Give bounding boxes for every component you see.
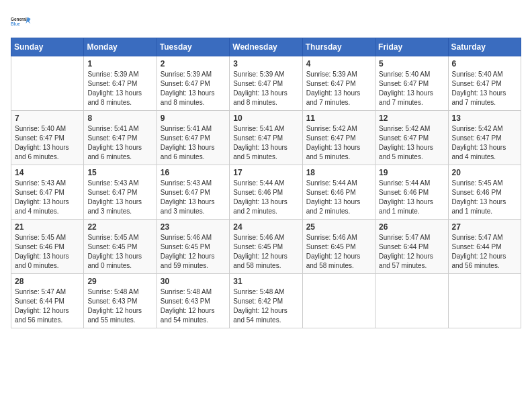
calendar-cell: 17Sunrise: 5:44 AM Sunset: 6:46 PM Dayli… [230, 165, 302, 220]
day-number: 4 [306, 59, 371, 68]
cell-info: Sunrise: 5:39 AM Sunset: 6:47 PM Dayligh… [306, 70, 371, 107]
cell-info: Sunrise: 5:41 AM Sunset: 6:47 PM Dayligh… [161, 124, 226, 162]
day-number: 25 [306, 222, 371, 232]
day-number: 24 [233, 222, 298, 232]
day-number: 21 [15, 222, 80, 232]
calendar-cell: 14Sunrise: 5:43 AM Sunset: 6:47 PM Dayli… [11, 165, 84, 220]
day-number: 17 [233, 168, 298, 177]
page-header: GeneralBlue [11, 11, 521, 32]
calendar-cell: 9Sunrise: 5:41 AM Sunset: 6:47 PM Daylig… [157, 111, 229, 165]
cell-info: Sunrise: 5:42 AM Sunset: 6:47 PM Dayligh… [452, 124, 517, 162]
cell-info: Sunrise: 5:46 AM Sunset: 6:45 PM Dayligh… [161, 233, 226, 271]
week-row-5: 28Sunrise: 5:47 AM Sunset: 6:44 PM Dayli… [11, 274, 521, 328]
logo: GeneralBlue [11, 11, 32, 32]
calendar-cell: 4Sunrise: 5:39 AM Sunset: 6:47 PM Daylig… [302, 56, 375, 111]
day-header-wednesday: Wednesday [230, 38, 302, 56]
day-number: 29 [87, 277, 152, 286]
day-number: 27 [452, 222, 517, 232]
day-number: 30 [161, 277, 226, 286]
svg-text:General: General [11, 17, 27, 21]
calendar-cell: 20Sunrise: 5:45 AM Sunset: 6:46 PM Dayli… [448, 165, 521, 220]
day-number: 20 [452, 168, 517, 177]
calendar-cell: 12Sunrise: 5:42 AM Sunset: 6:47 PM Dayli… [375, 111, 448, 165]
cell-info: Sunrise: 5:42 AM Sunset: 6:47 PM Dayligh… [306, 124, 371, 162]
day-number: 11 [306, 113, 371, 123]
cell-info: Sunrise: 5:40 AM Sunset: 6:47 PM Dayligh… [379, 70, 444, 107]
calendar-cell: 19Sunrise: 5:44 AM Sunset: 6:46 PM Dayli… [375, 165, 448, 220]
day-number: 12 [379, 113, 444, 123]
cell-info: Sunrise: 5:39 AM Sunset: 6:47 PM Dayligh… [87, 70, 152, 107]
week-row-4: 21Sunrise: 5:45 AM Sunset: 6:46 PM Dayli… [11, 220, 521, 274]
day-number: 9 [161, 113, 226, 123]
calendar-cell: 8Sunrise: 5:41 AM Sunset: 6:47 PM Daylig… [84, 111, 157, 165]
day-number: 14 [15, 168, 80, 177]
day-number: 15 [87, 168, 152, 177]
calendar-cell: 24Sunrise: 5:46 AM Sunset: 6:45 PM Dayli… [230, 220, 302, 274]
calendar-cell: 1Sunrise: 5:39 AM Sunset: 6:47 PM Daylig… [84, 56, 157, 111]
cell-info: Sunrise: 5:45 AM Sunset: 6:46 PM Dayligh… [452, 179, 517, 216]
cell-info: Sunrise: 5:48 AM Sunset: 6:43 PM Dayligh… [161, 287, 226, 325]
calendar-cell: 31Sunrise: 5:48 AM Sunset: 6:42 PM Dayli… [230, 274, 302, 328]
day-number: 28 [15, 277, 80, 286]
cell-info: Sunrise: 5:48 AM Sunset: 6:43 PM Dayligh… [87, 287, 152, 325]
day-number: 6 [452, 59, 517, 68]
week-row-1: 1Sunrise: 5:39 AM Sunset: 6:47 PM Daylig… [11, 56, 521, 111]
day-number: 3 [233, 59, 298, 68]
calendar-cell: 18Sunrise: 5:44 AM Sunset: 6:46 PM Dayli… [302, 165, 375, 220]
calendar-cell: 23Sunrise: 5:46 AM Sunset: 6:45 PM Dayli… [157, 220, 229, 274]
cell-info: Sunrise: 5:44 AM Sunset: 6:46 PM Dayligh… [379, 179, 444, 216]
cell-info: Sunrise: 5:45 AM Sunset: 6:46 PM Dayligh… [15, 233, 80, 271]
calendar-cell: 29Sunrise: 5:48 AM Sunset: 6:43 PM Dayli… [84, 274, 157, 328]
cell-info: Sunrise: 5:48 AM Sunset: 6:42 PM Dayligh… [233, 287, 298, 325]
calendar-cell: 30Sunrise: 5:48 AM Sunset: 6:43 PM Dayli… [157, 274, 229, 328]
day-number: 5 [379, 59, 444, 68]
calendar-cell: 27Sunrise: 5:47 AM Sunset: 6:44 PM Dayli… [448, 220, 521, 274]
day-number: 13 [452, 113, 517, 123]
cell-info: Sunrise: 5:41 AM Sunset: 6:47 PM Dayligh… [233, 124, 298, 162]
calendar-cell: 13Sunrise: 5:42 AM Sunset: 6:47 PM Dayli… [448, 111, 521, 165]
cell-info: Sunrise: 5:39 AM Sunset: 6:47 PM Dayligh… [233, 70, 298, 107]
calendar-cell: 3Sunrise: 5:39 AM Sunset: 6:47 PM Daylig… [230, 56, 302, 111]
day-number: 10 [233, 113, 298, 123]
day-number: 18 [306, 168, 371, 177]
calendar-cell: 5Sunrise: 5:40 AM Sunset: 6:47 PM Daylig… [375, 56, 448, 111]
day-number: 19 [379, 168, 444, 177]
cell-info: Sunrise: 5:44 AM Sunset: 6:46 PM Dayligh… [306, 179, 371, 216]
calendar-cell: 22Sunrise: 5:45 AM Sunset: 6:45 PM Dayli… [84, 220, 157, 274]
cell-info: Sunrise: 5:41 AM Sunset: 6:47 PM Dayligh… [87, 124, 152, 162]
calendar-cell: 15Sunrise: 5:43 AM Sunset: 6:47 PM Dayli… [84, 165, 157, 220]
cell-info: Sunrise: 5:40 AM Sunset: 6:47 PM Dayligh… [15, 124, 80, 162]
calendar-cell: 25Sunrise: 5:46 AM Sunset: 6:45 PM Dayli… [302, 220, 375, 274]
day-number: 8 [87, 113, 152, 123]
day-number: 16 [161, 168, 226, 177]
calendar-cell [448, 274, 521, 328]
calendar-cell [11, 56, 84, 111]
cell-info: Sunrise: 5:47 AM Sunset: 6:44 PM Dayligh… [379, 233, 444, 271]
day-number: 23 [161, 222, 226, 232]
calendar-cell: 11Sunrise: 5:42 AM Sunset: 6:47 PM Dayli… [302, 111, 375, 165]
svg-text:Blue: Blue [11, 21, 20, 26]
day-header-thursday: Thursday [302, 38, 375, 56]
calendar-table: SundayMondayTuesdayWednesdayThursdayFrid… [11, 38, 521, 328]
day-number: 26 [379, 222, 444, 232]
week-row-3: 14Sunrise: 5:43 AM Sunset: 6:47 PM Dayli… [11, 165, 521, 220]
day-number: 7 [15, 113, 80, 123]
cell-info: Sunrise: 5:47 AM Sunset: 6:44 PM Dayligh… [452, 233, 517, 271]
day-number: 22 [87, 222, 152, 232]
cell-info: Sunrise: 5:45 AM Sunset: 6:45 PM Dayligh… [87, 233, 152, 271]
calendar-cell: 2Sunrise: 5:39 AM Sunset: 6:47 PM Daylig… [157, 56, 229, 111]
calendar-cell: 7Sunrise: 5:40 AM Sunset: 6:47 PM Daylig… [11, 111, 84, 165]
day-number: 1 [87, 59, 152, 68]
day-header-tuesday: Tuesday [157, 38, 229, 56]
week-row-2: 7Sunrise: 5:40 AM Sunset: 6:47 PM Daylig… [11, 111, 521, 165]
cell-info: Sunrise: 5:39 AM Sunset: 6:47 PM Dayligh… [161, 70, 226, 107]
cell-info: Sunrise: 5:43 AM Sunset: 6:47 PM Dayligh… [15, 179, 80, 216]
day-header-saturday: Saturday [448, 38, 521, 56]
calendar-body: 1Sunrise: 5:39 AM Sunset: 6:47 PM Daylig… [11, 56, 521, 328]
cell-info: Sunrise: 5:44 AM Sunset: 6:46 PM Dayligh… [233, 179, 298, 216]
cell-info: Sunrise: 5:43 AM Sunset: 6:47 PM Dayligh… [161, 179, 226, 216]
cell-info: Sunrise: 5:43 AM Sunset: 6:47 PM Dayligh… [87, 179, 152, 216]
day-header-sunday: Sunday [11, 38, 84, 56]
day-header-monday: Monday [84, 38, 157, 56]
cell-info: Sunrise: 5:42 AM Sunset: 6:47 PM Dayligh… [379, 124, 444, 162]
